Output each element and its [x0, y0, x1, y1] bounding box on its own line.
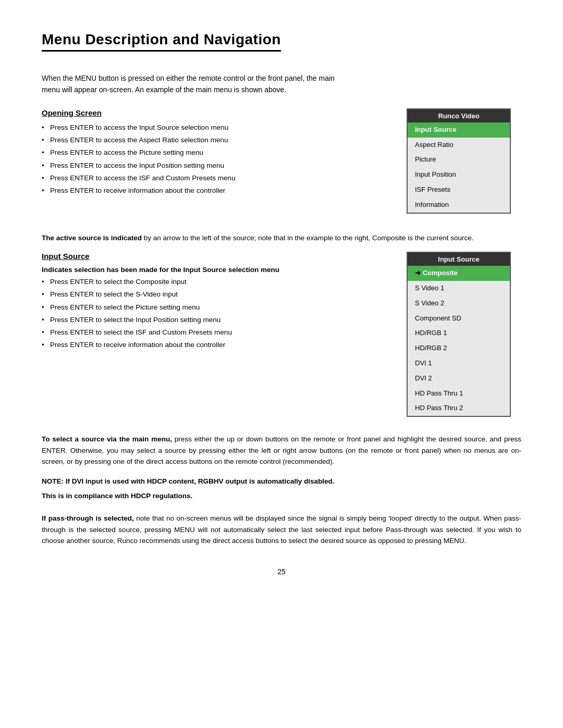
menu-item-hdpassthru2[interactable]: HD Pass Thru 2 [408, 401, 510, 416]
menu-item-aspect-ratio[interactable]: Aspect Ratio [408, 138, 510, 153]
active-source-paragraph: The active source is indicated by an arr… [42, 232, 521, 244]
menu-item-input-source-active[interactable]: Input Source [408, 122, 510, 138]
list-item: Press ENTER to access the Aspect Ratio s… [42, 135, 396, 145]
menu-item-isf-presets[interactable]: ISF Presets [408, 182, 510, 198]
menu-item-svideo2[interactable]: S Video 2 [408, 296, 510, 311]
runco-video-header: Runco Video [408, 109, 510, 122]
menu-item-dvi1[interactable]: DVI 1 [408, 356, 510, 371]
pass-through-bold: If pass-through is selected, [42, 514, 134, 522]
input-source-section: Input Source Indicates selection has bee… [42, 252, 521, 425]
list-item: Press ENTER to select the Composite inpu… [42, 277, 396, 287]
opening-screen-block: Opening Screen Press ENTER to access the… [42, 108, 396, 196]
page-number: 25 [42, 567, 521, 576]
menu-item-hdrgb2[interactable]: HD/RGB 2 [408, 341, 510, 356]
list-item: Press ENTER to receive information about… [42, 340, 396, 350]
input-source-menu: Input Source Composite S Video 1 S Video… [407, 252, 511, 417]
list-item: Press ENTER to access the Input Source s… [42, 122, 396, 133]
intro-paragraph: When the MENU button is pressed on eithe… [42, 72, 344, 96]
menu-item-input-position[interactable]: Input Position [408, 167, 510, 182]
opening-screen-heading: Opening Screen [42, 108, 396, 117]
input-source-sub-heading: Indicates selection has been made for th… [42, 266, 396, 274]
active-source-bold: The active source is indicated [42, 234, 142, 242]
menu-item-hdpassthru1[interactable]: HD Pass Thru 1 [408, 386, 510, 401]
menu-box-2-container: Input Source Composite S Video 1 S Video… [407, 252, 521, 425]
select-source-bold: To select a source via the main menu, [42, 435, 172, 443]
opening-screen-left: Opening Screen Press ENTER to access the… [42, 108, 396, 222]
note-hdcp-line1: NOTE: If DVI input is used with HDCP con… [42, 476, 521, 487]
menu-item-information[interactable]: Information [408, 198, 510, 213]
menu-item-composite-selected[interactable]: Composite [408, 266, 510, 281]
list-item: Press ENTER to access the Picture settin… [42, 147, 396, 158]
note-hdcp-line2: This is in compliance with HDCP regulati… [42, 490, 521, 502]
select-source-paragraph: To select a source via the main menu, pr… [42, 434, 521, 467]
list-item: Press ENTER to access the ISF and Custom… [42, 173, 396, 183]
menu-item-dvi2[interactable]: DVI 2 [408, 371, 510, 386]
opening-screen-section: Opening Screen Press ENTER to access the… [42, 108, 521, 222]
pass-through-paragraph: If pass-through is selected, note that n… [42, 513, 521, 547]
input-source-bullets: Press ENTER to select the Composite inpu… [42, 277, 396, 351]
runco-video-menu: Runco Video Input Source Aspect Ratio Pi… [407, 108, 511, 214]
list-item: Press ENTER to access the Input Position… [42, 161, 396, 171]
menu-box-1-container: Runco Video Input Source Aspect Ratio Pi… [407, 108, 521, 222]
menu-item-picture[interactable]: Picture [408, 152, 510, 167]
opening-screen-bullets: Press ENTER to access the Input Source s… [42, 122, 396, 196]
menu-item-component-sd[interactable]: Component SD [408, 311, 510, 326]
list-item: Press ENTER to select the ISF and Custom… [42, 327, 396, 338]
active-source-rest: by an arrow to the left of the source; n… [142, 234, 473, 242]
menu-item-svideo1[interactable]: S Video 1 [408, 281, 510, 296]
menu-item-hdrgb1[interactable]: HD/RGB 1 [408, 326, 510, 341]
list-item: Press ENTER to receive information about… [42, 186, 396, 196]
input-source-heading: Input Source [42, 252, 396, 261]
list-item: Press ENTER to select the S-Video input [42, 289, 396, 300]
page-title: Menu Description and Navigation [42, 31, 281, 52]
list-item: Press ENTER to select the Input Position… [42, 315, 396, 325]
input-source-header: Input Source [408, 253, 510, 266]
list-item: Press ENTER to select the Picture settin… [42, 302, 396, 313]
input-source-left: Input Source Indicates selection has bee… [42, 252, 396, 425]
